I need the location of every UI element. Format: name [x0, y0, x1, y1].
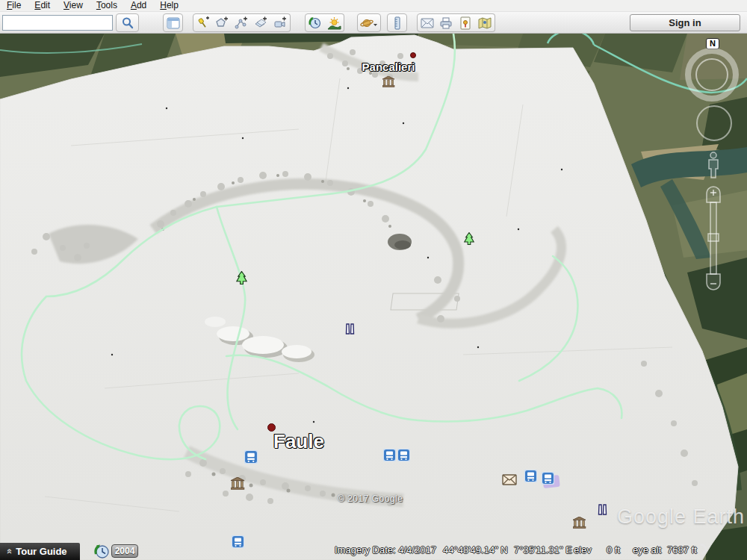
- monument-icon[interactable]: [382, 76, 395, 87]
- menu-tools[interactable]: Tools: [90, 0, 124, 11]
- bus-stop-icon[interactable]: [232, 535, 244, 548]
- search-input[interactable]: [2, 15, 113, 31]
- monument-icon[interactable]: [231, 477, 245, 490]
- place-label-faule[interactable]: Faule: [247, 430, 351, 453]
- sunlight-button[interactable]: [324, 13, 344, 32]
- search-button[interactable]: [116, 13, 139, 32]
- menu-help[interactable]: Help: [153, 0, 185, 11]
- zoom-slider[interactable]: [704, 184, 723, 296]
- add-polygon-icon: [215, 16, 229, 30]
- record-tour-icon: [273, 16, 287, 30]
- tree-icon[interactable]: [235, 271, 248, 285]
- zoom-slider-handle: [708, 234, 719, 241]
- menu-add[interactable]: Add: [124, 0, 153, 11]
- add-image-overlay-button[interactable]: [251, 13, 271, 32]
- status-elev-value: 0 ft: [607, 544, 620, 556]
- sign-in-button[interactable]: Sign in: [630, 14, 740, 31]
- pillars-icon[interactable]: [598, 504, 607, 515]
- move-joystick[interactable]: [696, 105, 732, 141]
- tour-guide-bar[interactable]: » Tour Guide: [0, 543, 80, 560]
- add-polygon-button[interactable]: [212, 13, 232, 32]
- google-earth-window: File Edit View Tools Add Help: [0, 0, 747, 560]
- terrain-render: [0, 34, 747, 560]
- envelope-icon[interactable]: [502, 474, 517, 485]
- pillars-icon[interactable]: [345, 323, 355, 335]
- save-image-icon: [459, 16, 471, 30]
- switch-planet-icon: [360, 16, 378, 30]
- pegman-control[interactable]: [705, 151, 722, 179]
- zoom-out-button: [707, 274, 720, 290]
- tree-icon[interactable]: [463, 232, 475, 246]
- ruler-button[interactable]: [387, 13, 407, 32]
- print-icon: [439, 17, 453, 29]
- menu-edit[interactable]: Edit: [28, 0, 57, 11]
- historical-imagery-icon: [308, 16, 322, 30]
- imagery-year-badge[interactable]: 2004: [111, 544, 138, 558]
- switch-planet-button[interactable]: [357, 13, 381, 32]
- menu-view[interactable]: View: [57, 0, 90, 11]
- record-tour-button[interactable]: [270, 13, 291, 32]
- toolbar: Sign in: [0, 12, 747, 34]
- ruler-icon: [391, 16, 403, 30]
- placemark-dot[interactable]: [410, 52, 416, 58]
- add-path-icon: [235, 16, 248, 30]
- status-longitude: 7°35'11.31" E: [514, 544, 572, 556]
- time-slider-clock-icon[interactable]: [94, 544, 110, 559]
- menu-file[interactable]: File: [0, 0, 28, 11]
- sidebar-toggle-icon: [167, 17, 180, 29]
- view-in-maps-icon: [478, 17, 492, 29]
- email-button[interactable]: [417, 13, 437, 32]
- monument-icon[interactable]: [573, 517, 586, 529]
- look-joystick-inner[interactable]: [695, 58, 728, 91]
- status-imagery-date: Imagery Date: 4/4/2017: [335, 544, 436, 556]
- status-elev-label: elev: [574, 544, 592, 556]
- print-button[interactable]: [436, 13, 456, 32]
- chevron-up-icon: »: [3, 549, 14, 554]
- place-label-pancalieri[interactable]: Pancalieri: [340, 60, 437, 73]
- search-icon: [121, 16, 134, 30]
- view-in-maps-button[interactable]: [475, 13, 495, 32]
- save-image-button[interactable]: [456, 13, 476, 32]
- bus-stop-icon[interactable]: [397, 449, 410, 461]
- sidebar-toggle-button[interactable]: [163, 13, 183, 32]
- bus-stop-icon[interactable]: [542, 472, 554, 485]
- add-placemark-icon: [196, 16, 210, 30]
- menu-bar: File Edit View Tools Add Help: [0, 0, 747, 12]
- bus-stop-icon[interactable]: [383, 449, 396, 461]
- email-icon: [421, 18, 434, 28]
- add-placemark-button[interactable]: [193, 13, 213, 32]
- status-latitude: 44°48'49.14" N: [443, 544, 508, 556]
- google-earth-logo: Google Earth: [617, 505, 745, 529]
- status-eye-alt-value: 7687 ft: [667, 544, 697, 556]
- status-eye-alt-label: eye alt: [633, 544, 661, 556]
- historical-imagery-button[interactable]: [305, 13, 325, 32]
- sunlight-icon: [327, 16, 341, 30]
- add-image-overlay-icon: [254, 16, 267, 30]
- add-path-button[interactable]: [232, 13, 252, 32]
- copyright-text: © 2017 Google: [338, 494, 403, 504]
- tour-guide-label: Tour Guide: [16, 546, 66, 557]
- bus-stop-icon[interactable]: [524, 470, 537, 482]
- map-canvas[interactable]: Pancalieri Faule © 2017 Google Google Ea…: [0, 34, 747, 560]
